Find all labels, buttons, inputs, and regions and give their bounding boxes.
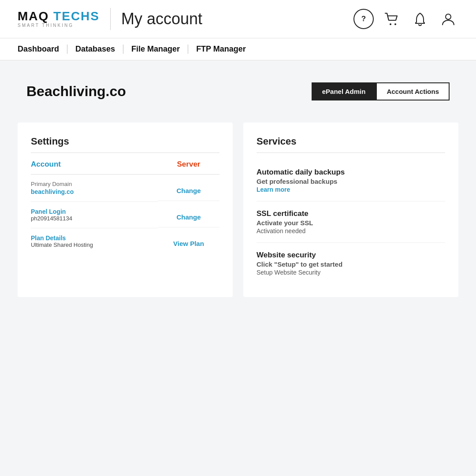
ssl-subtitle: Activate your SSL xyxy=(257,219,445,227)
settings-row-plan: Plan Details Ultimate Shared Hosting xyxy=(31,228,158,254)
settings-col-account: Account Primary Domain beachliving.co Pa… xyxy=(31,160,158,254)
backup-subtitle: Get professional backups xyxy=(257,178,445,185)
svg-point-3 xyxy=(446,14,451,19)
services-title: Services xyxy=(257,136,445,153)
ssl-status: Activation needed xyxy=(257,227,445,234)
header-icons: ? xyxy=(353,9,458,29)
ssl-title: SSL certificate xyxy=(257,209,445,218)
settings-title: Settings xyxy=(31,136,219,153)
logo: MAQ TECHS SMART THINKING xyxy=(18,10,100,28)
change-login-link[interactable]: Change xyxy=(176,213,201,221)
cart-icon[interactable] xyxy=(382,9,402,29)
header: MAQ TECHS SMART THINKING My account ? xyxy=(0,0,476,38)
service-security: Website security Click "Setup" to get st… xyxy=(257,243,445,284)
col-header-server: Server xyxy=(158,160,219,175)
main-content: Beachliving.co ePanel Admin Account Acti… xyxy=(0,60,476,476)
panel-login-label: Panel Login xyxy=(31,208,158,215)
service-ssl: SSL certificate Activate your SSL Activa… xyxy=(257,201,445,243)
change-domain-link[interactable]: Change xyxy=(176,187,201,194)
backup-title: Automatic daily backups xyxy=(257,168,445,177)
nav-item-file-manager[interactable]: File Manager xyxy=(123,45,188,54)
nav-bar: Dashboard Databases File Manager FTP Man… xyxy=(0,38,476,60)
panel-login-value: ph20914581134 xyxy=(31,215,158,222)
plan-value: Ultimate Shared Hosting xyxy=(31,242,158,248)
nav-item-ftp-manager[interactable]: FTP Manager xyxy=(188,45,254,54)
account-actions-button[interactable]: Account Actions xyxy=(376,82,450,100)
logo-tagline: SMART THINKING xyxy=(18,23,100,28)
settings-row-panel-login: Panel Login ph20914581134 xyxy=(31,202,158,228)
notification-icon[interactable] xyxy=(410,9,430,29)
account-domain: Beachliving.co xyxy=(26,83,126,100)
view-plan-link[interactable]: View Plan xyxy=(173,240,204,247)
epanel-admin-button[interactable]: ePanel Admin xyxy=(312,82,376,100)
domain-label: Primary Domain xyxy=(31,181,158,187)
settings-card: Settings Account Primary Domain beachliv… xyxy=(18,123,233,297)
settings-columns: Account Primary Domain beachliving.co Pa… xyxy=(31,160,219,254)
services-card: Services Automatic daily backups Get pro… xyxy=(243,123,458,297)
service-backups: Automatic daily backups Get professional… xyxy=(257,160,445,201)
help-icon[interactable]: ? xyxy=(353,9,374,29)
user-icon[interactable] xyxy=(438,9,458,29)
account-header: Beachliving.co ePanel Admin Account Acti… xyxy=(18,78,458,105)
settings-action-domain: Change xyxy=(158,175,219,201)
security-title: Website security xyxy=(257,251,445,260)
svg-point-1 xyxy=(390,23,391,25)
nav-item-databases[interactable]: Databases xyxy=(67,45,123,54)
svg-point-2 xyxy=(394,23,396,25)
page-title: My account xyxy=(121,10,202,28)
cards-row: Settings Account Primary Domain beachliv… xyxy=(18,123,458,297)
backup-learn-more-link[interactable]: Learn more xyxy=(257,186,445,193)
svg-text:?: ? xyxy=(361,15,366,23)
action-buttons: ePanel Admin Account Actions xyxy=(312,82,450,100)
settings-col-server: Server Change Change xyxy=(158,160,219,254)
header-divider xyxy=(110,8,111,30)
security-subtitle: Click "Setup" to get started xyxy=(257,260,445,268)
settings-action-plan: View Plan xyxy=(158,227,219,253)
logo-text: MAQ TECHS xyxy=(18,10,100,22)
nav-item-dashboard[interactable]: Dashboard xyxy=(18,45,67,54)
plan-label: Plan Details xyxy=(31,234,158,242)
domain-value: beachliving.co xyxy=(31,188,158,195)
col-header-account: Account xyxy=(31,160,158,175)
security-setup-link[interactable]: Setup Website Security xyxy=(257,269,445,276)
settings-action-login: Change xyxy=(158,201,219,227)
settings-row-domain: Primary Domain beachliving.co xyxy=(31,175,158,202)
